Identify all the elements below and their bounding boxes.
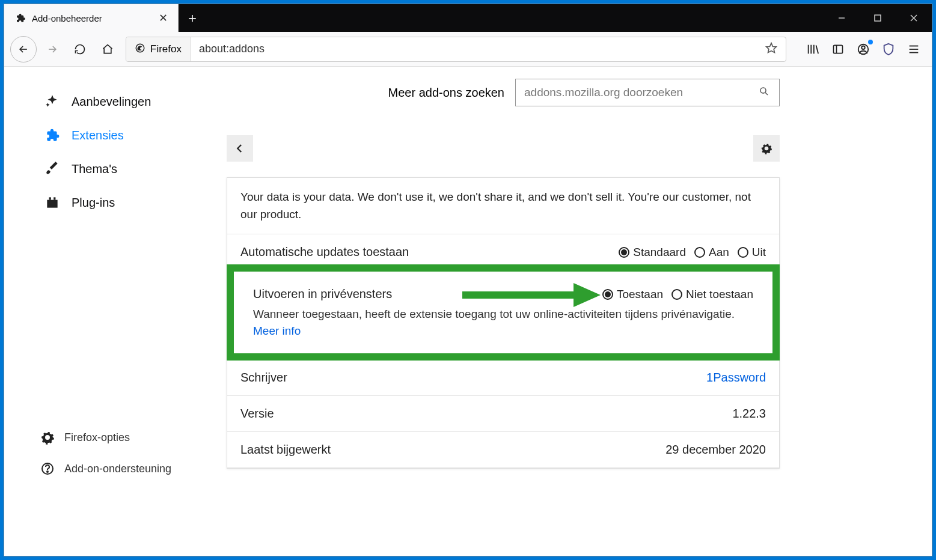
sidebar-label: Firefox-opties bbox=[64, 431, 130, 444]
help-icon bbox=[40, 461, 55, 476]
app-menu-button[interactable] bbox=[902, 37, 926, 61]
browser-tab[interactable]: Add-onbeheerder ✕ bbox=[4, 4, 179, 32]
tab-title: Add-onbeheerder bbox=[32, 13, 150, 23]
svg-rect-10 bbox=[834, 45, 843, 53]
more-info-link[interactable]: Meer info bbox=[253, 324, 301, 337]
identity-label: Firefox bbox=[150, 43, 182, 55]
puzzle-icon bbox=[44, 127, 61, 144]
svg-rect-17 bbox=[47, 200, 57, 208]
nav-toolbar: Firefox about:addons bbox=[4, 32, 932, 67]
svg-marker-5 bbox=[766, 43, 777, 52]
sidebar-label: Aanbevelingen bbox=[72, 95, 151, 109]
url-text: about:addons bbox=[191, 43, 757, 55]
addon-detail-panel: Meer add-ons zoeken bbox=[227, 67, 828, 493]
back-button[interactable] bbox=[10, 36, 37, 62]
sidebar-item-plugins[interactable]: Plug-ins bbox=[40, 186, 227, 219]
sidebar-label: Add-on-ondersteuning bbox=[64, 463, 171, 475]
brush-icon bbox=[44, 160, 61, 177]
last-updated-value: 29 december 2020 bbox=[665, 443, 766, 457]
bookmark-star-icon[interactable] bbox=[757, 42, 786, 56]
radio-private-deny[interactable]: Niet toestaan bbox=[671, 288, 753, 301]
search-addons-input[interactable] bbox=[524, 86, 759, 99]
puzzle-icon bbox=[15, 13, 26, 23]
radio-updates-on[interactable]: Aan bbox=[694, 246, 729, 259]
author-row: Schrijver 1Password bbox=[227, 360, 779, 396]
svg-line-9 bbox=[816, 45, 819, 53]
back-to-list-button[interactable] bbox=[227, 135, 253, 162]
version-value: 1.22.3 bbox=[732, 407, 766, 421]
last-updated-label: Laatst bijgewerkt bbox=[240, 443, 331, 457]
last-updated-row: Laatst bijgewerkt 29 december 2020 bbox=[227, 432, 779, 468]
svg-line-23 bbox=[765, 93, 768, 95]
svg-rect-18 bbox=[49, 197, 51, 199]
author-label: Schrijver bbox=[240, 371, 287, 385]
identity-box[interactable]: Firefox bbox=[126, 37, 191, 61]
sidebar-item-themes[interactable]: Thema's bbox=[40, 152, 227, 186]
url-bar[interactable]: Firefox about:addons bbox=[126, 37, 786, 62]
radio-updates-off[interactable]: Uit bbox=[738, 246, 766, 259]
new-tab-button[interactable]: ＋ bbox=[179, 4, 206, 32]
version-label: Versie bbox=[240, 407, 274, 421]
sidebar-item-extensions[interactable]: Extensies bbox=[40, 118, 227, 152]
gear-icon bbox=[40, 430, 55, 445]
private-windows-label: Uitvoeren in privévensters bbox=[253, 287, 392, 301]
addon-description: Your data is your data. We don't use it,… bbox=[227, 178, 779, 234]
sparkle-icon bbox=[44, 93, 61, 110]
home-button[interactable] bbox=[96, 37, 120, 61]
plugin-icon bbox=[44, 194, 61, 211]
search-icon bbox=[759, 86, 771, 99]
private-windows-row: Uitvoeren in privévensters Toestaan Niet… bbox=[240, 276, 766, 350]
svg-point-21 bbox=[47, 471, 48, 472]
search-addons-input-wrapper[interactable] bbox=[515, 79, 780, 106]
radio-updates-default[interactable]: Standaard bbox=[619, 246, 686, 259]
close-window-button[interactable] bbox=[896, 4, 932, 32]
minimize-button[interactable] bbox=[824, 4, 860, 32]
close-tab-button[interactable]: ✕ bbox=[156, 11, 170, 25]
tracking-protection-icon[interactable] bbox=[876, 37, 901, 61]
account-icon[interactable] bbox=[851, 37, 875, 61]
addons-sidebar: Aanbevelingen Extensies Thema's bbox=[4, 67, 227, 493]
search-addons-label: Meer add-ons zoeken bbox=[388, 86, 504, 100]
sidebar-label: Extensies bbox=[72, 129, 124, 142]
svg-rect-1 bbox=[875, 15, 881, 21]
private-windows-description: Wanneer toegestaan, heeft de extensie to… bbox=[253, 308, 735, 320]
library-icon[interactable] bbox=[801, 37, 825, 61]
author-link[interactable]: 1Password bbox=[706, 371, 766, 385]
highlight-annotation: Uitvoeren in privévensters Toestaan Niet… bbox=[227, 264, 780, 361]
title-bar: Add-onbeheerder ✕ ＋ bbox=[4, 4, 932, 32]
svg-rect-19 bbox=[54, 197, 55, 199]
sidebar-item-recommendations[interactable]: Aanbevelingen bbox=[40, 85, 227, 118]
forward-button[interactable] bbox=[40, 37, 64, 61]
reload-button[interactable] bbox=[68, 37, 92, 61]
sidebar-label: Thema's bbox=[72, 162, 117, 176]
svg-point-22 bbox=[760, 88, 766, 93]
sidebar-label: Plug-ins bbox=[72, 196, 115, 210]
auto-updates-row: Automatische updates toestaan Standaard … bbox=[227, 234, 779, 265]
radio-private-allow[interactable]: Toestaan bbox=[602, 288, 663, 301]
version-row: Versie 1.22.3 bbox=[227, 396, 779, 432]
addon-settings-gear-button[interactable] bbox=[753, 135, 780, 162]
auto-updates-label: Automatische updates toestaan bbox=[240, 245, 409, 259]
sidebar-item-firefox-options[interactable]: Firefox-opties bbox=[40, 424, 227, 451]
firefox-icon bbox=[135, 43, 145, 56]
maximize-button[interactable] bbox=[860, 4, 896, 32]
svg-point-13 bbox=[861, 46, 865, 49]
sidebar-item-addon-support[interactable]: Add-on-ondersteuning bbox=[40, 455, 227, 482]
sidebar-toggle-icon[interactable] bbox=[826, 37, 850, 61]
